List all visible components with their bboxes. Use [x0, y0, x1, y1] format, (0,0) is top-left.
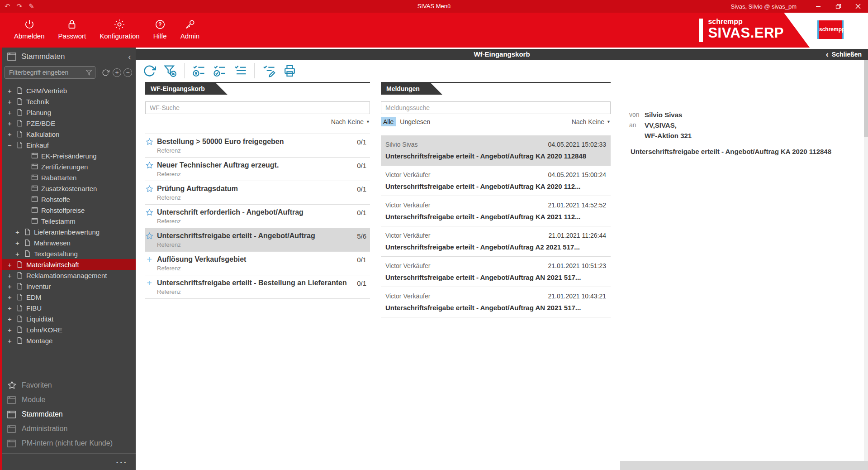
tree-item[interactable]: Teilestamm: [2, 216, 136, 226]
tree-item[interactable]: Rohstoffpreise: [2, 205, 136, 216]
filter-input[interactable]: [5, 66, 95, 79]
wf-list-item[interactable]: Bestellung > 50000 Euro freigegeben0/1Re…: [145, 134, 370, 158]
close-button[interactable]: [848, 0, 868, 13]
power-icon: [14, 19, 45, 31]
help-icon: ?: [153, 19, 167, 31]
menu-item-hilfe[interactable]: ? Hilfe: [147, 13, 174, 48]
wf-list-item[interactable]: Neuer Technischer Auftrag erzeugt.0/1Ref…: [145, 158, 370, 181]
expand-node-icon[interactable]: +: [8, 130, 16, 138]
tree-item[interactable]: EK-Preisänderung: [2, 150, 136, 161]
expand-node-icon[interactable]: +: [8, 293, 16, 301]
expand-node-icon[interactable]: +: [8, 283, 16, 290]
expand-node-icon[interactable]: +: [15, 228, 24, 236]
expand-node-icon[interactable]: +: [8, 315, 16, 323]
expand-node-icon[interactable]: +: [8, 326, 16, 334]
minimize-button[interactable]: [808, 0, 828, 13]
menu-item-abmelden[interactable]: Abmelden: [7, 13, 52, 48]
tree-item[interactable]: +Lohn/KORE: [2, 324, 136, 335]
menu-item-admin[interactable]: Admin: [174, 13, 207, 48]
tree-item[interactable]: +Planung: [2, 107, 136, 118]
tree-item[interactable]: +CRM/Vertrieb: [2, 85, 136, 96]
collapse-sidebar-icon[interactable]: ‹: [128, 52, 131, 61]
expand-node-icon[interactable]: +: [8, 98, 16, 106]
expand-node-icon[interactable]: +: [15, 239, 24, 247]
tree-item[interactable]: +Technik: [2, 96, 136, 107]
message-sender: Victor Verkäufer: [385, 262, 430, 269]
menu-item-konfiguration[interactable]: Konfiguration: [93, 13, 146, 48]
messages-sort-dropdown[interactable]: Nach Keine ▼: [572, 118, 611, 125]
tree-item[interactable]: +Mahnwesen: [2, 237, 136, 248]
more-options-button[interactable]: ...: [2, 454, 136, 469]
restore-button[interactable]: [828, 0, 848, 13]
message-list-item[interactable]: Victor Verkäufer21.01.2021 14:52:52Unter…: [381, 196, 611, 226]
filter-unread-button[interactable]: Ungelesen: [400, 118, 430, 125]
expand-node-icon[interactable]: +: [8, 304, 16, 312]
expand-node-icon[interactable]: +: [15, 250, 24, 258]
message-list-item[interactable]: Victor Verkäufer21.01.2021 10:43:21Unter…: [381, 287, 611, 317]
vertical-scrollbar[interactable]: [864, 60, 868, 461]
tree-item[interactable]: +Materialwirtschaft: [2, 259, 136, 270]
message-list-item[interactable]: Victor Verkäufer21.01.2021 10:51:23Unter…: [381, 257, 611, 287]
message-list-item[interactable]: Victor Verkäufer04.05.2021 15:00:24Unter…: [381, 166, 611, 196]
expand-node-icon[interactable]: +: [8, 109, 16, 116]
expand-node-icon[interactable]: +: [8, 261, 16, 269]
tree-item[interactable]: +PZE/BDE: [2, 118, 136, 129]
sidebar-item-administration[interactable]: Administration: [2, 422, 136, 436]
tree-item[interactable]: +FIBU: [2, 302, 136, 313]
wf-sort-dropdown[interactable]: Nach Keine ▼: [331, 118, 370, 125]
tree-item[interactable]: +Lieferantenbewertung: [2, 226, 136, 237]
message-list-item[interactable]: Silvio Sivas04.05.2021 15:02:33Unterschr…: [381, 135, 611, 166]
wf-item-title: Prüfung Auftragsdatum: [157, 185, 353, 193]
tree-item[interactable]: +Inventur: [2, 281, 136, 292]
wf-list-item[interactable]: Prüfung Auftragsdatum0/1Referenz: [145, 181, 370, 205]
wf-list-item[interactable]: Unterschriftsfreigabe erteilt - Angebot/…: [145, 228, 370, 252]
toolbar-separator: [254, 63, 255, 78]
tree-item-label: Textgestaltung: [34, 250, 78, 258]
worklist-button[interactable]: [231, 62, 249, 80]
worklist-approve-button[interactable]: [210, 62, 228, 80]
expand-all-button[interactable]: +: [113, 68, 121, 77]
tree-item[interactable]: Zusatzkostenarten: [2, 183, 136, 194]
wf-list-item[interactable]: +Auflösung Verkaufsgebiet0/1Referenz: [145, 252, 370, 275]
sidebar-item-pm-intern-nicht-fuer-kunde-[interactable]: PM-intern (nicht fuer Kunde): [2, 436, 136, 451]
message-timestamp: 04.05.2021 15:02:33: [548, 141, 606, 148]
refresh-tree-button[interactable]: [100, 69, 110, 77]
sidebar-item-module[interactable]: Module: [2, 393, 136, 407]
messages-search-input[interactable]: [381, 101, 611, 114]
tree-item[interactable]: Rabattarten: [2, 172, 136, 183]
tree-item[interactable]: Rohstoffe: [2, 194, 136, 205]
expand-node-icon[interactable]: +: [8, 337, 16, 345]
expand-node-icon[interactable]: +: [8, 120, 16, 127]
close-view-button[interactable]: ‹ Schließen: [826, 49, 862, 60]
tree-item[interactable]: +Reklamationsmanagement: [2, 270, 136, 281]
tree-item[interactable]: +Montage: [2, 335, 136, 346]
print-button[interactable]: [280, 62, 299, 80]
divider: [98, 68, 98, 77]
wf-list-item[interactable]: +Unterschriftsfreigabe erteilt - Bestell…: [145, 275, 370, 299]
expand-node-icon[interactable]: +: [8, 272, 16, 279]
menu-item-passwort[interactable]: Passwort: [52, 13, 93, 48]
tree-item[interactable]: −Einkauf: [2, 139, 136, 150]
wf-list-item[interactable]: Unterschrift erforderlich - Angebot/Auft…: [145, 205, 370, 228]
collapse-all-button[interactable]: −: [123, 68, 132, 77]
message-list-item[interactable]: Victor Verkäufer21.01.2021 11:26:44Unter…: [381, 226, 611, 257]
expand-node-icon[interactable]: +: [8, 87, 16, 95]
filter-funnel-icon[interactable]: [85, 69, 92, 76]
wf-search-input[interactable]: [145, 101, 370, 114]
tree-item[interactable]: +Liquidität: [2, 313, 136, 324]
wf-item-count: 0/1: [357, 162, 368, 169]
tree-item[interactable]: Zertifizierungen: [2, 161, 136, 172]
worklist-remove-button[interactable]: [190, 62, 208, 80]
collapse-node-icon[interactable]: −: [8, 141, 16, 149]
tree-item[interactable]: +Kalkulation: [2, 129, 136, 139]
scrollbar-thumb[interactable]: [864, 60, 868, 137]
clear-filter-button[interactable]: [161, 62, 179, 80]
horizontal-scrollbar[interactable]: [620, 461, 868, 470]
worklist-edit-button[interactable]: [260, 62, 278, 80]
tree-item[interactable]: +Textgestaltung: [2, 248, 136, 259]
sidebar-item-favoriten[interactable]: Favoriten: [2, 378, 136, 393]
tree-item[interactable]: +EDM: [2, 292, 136, 302]
refresh-button[interactable]: [140, 62, 158, 80]
sidebar-item-stammdaten[interactable]: Stammdaten: [2, 407, 136, 422]
filter-all-button[interactable]: Alle: [381, 117, 396, 126]
